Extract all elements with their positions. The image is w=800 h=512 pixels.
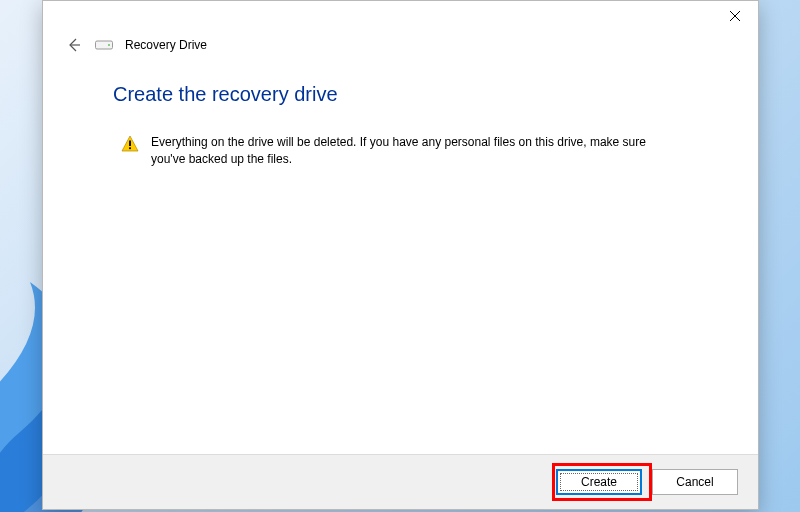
back-arrow-icon bbox=[65, 37, 81, 53]
svg-rect-5 bbox=[129, 141, 131, 147]
page-heading: Create the recovery drive bbox=[113, 83, 710, 106]
header-row: Recovery Drive bbox=[43, 31, 758, 55]
cancel-button[interactable]: Cancel bbox=[652, 469, 738, 495]
recovery-drive-dialog: Recovery Drive Create the recovery drive… bbox=[42, 0, 759, 510]
content-area: Create the recovery drive Everything on … bbox=[43, 55, 758, 454]
back-button[interactable] bbox=[63, 35, 83, 55]
svg-rect-6 bbox=[129, 147, 131, 149]
svg-point-4 bbox=[108, 44, 110, 46]
dialog-footer: Create Cancel bbox=[43, 454, 758, 509]
warning-icon bbox=[121, 135, 139, 156]
warning-text: Everything on the drive will be deleted.… bbox=[151, 134, 670, 169]
warning-row: Everything on the drive will be deleted.… bbox=[113, 134, 710, 169]
create-button[interactable]: Create bbox=[556, 469, 642, 495]
close-icon bbox=[730, 11, 740, 21]
drive-icon bbox=[95, 38, 113, 52]
close-button[interactable] bbox=[712, 1, 758, 31]
titlebar bbox=[43, 1, 758, 31]
app-title: Recovery Drive bbox=[125, 38, 207, 52]
